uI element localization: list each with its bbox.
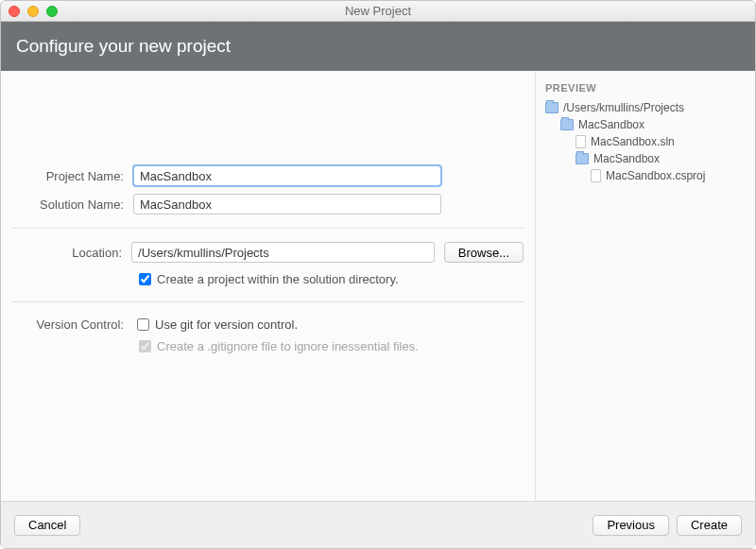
- tree-node: MacSandbox: [545, 116, 746, 133]
- zoom-icon[interactable]: [46, 6, 58, 17]
- tree-node-label: MacSandbox.sln: [591, 135, 675, 148]
- project-name-label: Project Name:: [12, 169, 124, 183]
- tree-node-label: MacSandbox.csproj: [606, 169, 705, 182]
- git-checkbox-label: Use git for version control.: [155, 317, 298, 332]
- close-icon[interactable]: [9, 6, 20, 17]
- location-input[interactable]: [131, 242, 435, 263]
- browse-button[interactable]: Browse...: [444, 242, 524, 263]
- gitignore-row: Create a .gitignore file to ignore iness…: [135, 337, 524, 355]
- solution-name-row: Solution Name:: [12, 194, 524, 214]
- folder-icon: [576, 153, 589, 164]
- location-row: Location: Browse...: [12, 242, 524, 263]
- create-button[interactable]: Create: [677, 515, 742, 536]
- titlebar: New Project: [1, 1, 755, 22]
- solution-name-label: Solution Name:: [12, 197, 124, 212]
- folder-icon: [545, 102, 558, 113]
- tree-node: MacSandbox: [545, 150, 746, 167]
- minimize-icon[interactable]: [27, 6, 39, 17]
- preview-title: PREVIEW: [545, 82, 746, 94]
- cancel-button[interactable]: Cancel: [14, 515, 80, 536]
- tree-node-label: MacSandbox: [593, 152, 660, 165]
- project-name-row: Project Name:: [12, 165, 524, 186]
- window-controls: [9, 6, 58, 17]
- file-icon: [591, 169, 601, 182]
- preview-tree: /Users/kmullins/Projects MacSandboxMacSa…: [545, 99, 746, 184]
- gitignore-label: Create a .gitignore file to ignore iness…: [157, 339, 419, 353]
- create-in-solution-checkbox[interactable]: [139, 273, 151, 285]
- divider: [12, 301, 524, 302]
- form-panel: Project Name: Solution Name: Location: B…: [1, 71, 535, 501]
- preview-panel: PREVIEW /Users/kmullins/Projects MacSand…: [535, 71, 755, 501]
- header: Configure your new project: [1, 22, 755, 71]
- git-checkbox[interactable]: [137, 318, 149, 331]
- version-control-label: Version Control:: [12, 317, 124, 332]
- location-label: Location:: [12, 246, 122, 260]
- content: Project Name: Solution Name: Location: B…: [1, 71, 755, 501]
- file-icon: [576, 135, 586, 148]
- dialog-window: New Project Configure your new project P…: [0, 0, 756, 549]
- create-in-solution-label: Create a project within the solution dir…: [157, 272, 399, 286]
- project-name-input[interactable]: [133, 165, 441, 186]
- page-title: Configure your new project: [16, 36, 231, 57]
- window-title: New Project: [1, 4, 755, 18]
- previous-button[interactable]: Previous: [593, 515, 669, 536]
- divider: [12, 228, 524, 229]
- version-control-row: Version Control: Use git for version con…: [12, 316, 524, 334]
- tree-node: MacSandbox.sln: [545, 133, 746, 150]
- tree-root: /Users/kmullins/Projects: [545, 99, 746, 116]
- footer: Cancel Previous Create: [1, 501, 755, 548]
- gitignore-checkbox: [139, 340, 151, 352]
- create-in-solution-row: Create a project within the solution dir…: [135, 270, 524, 288]
- tree-node-label: MacSandbox: [578, 118, 644, 131]
- tree-node-label: /Users/kmullins/Projects: [563, 101, 684, 114]
- folder-icon: [560, 119, 574, 130]
- solution-name-input[interactable]: [133, 194, 441, 214]
- tree-node: MacSandbox.csproj: [545, 167, 746, 184]
